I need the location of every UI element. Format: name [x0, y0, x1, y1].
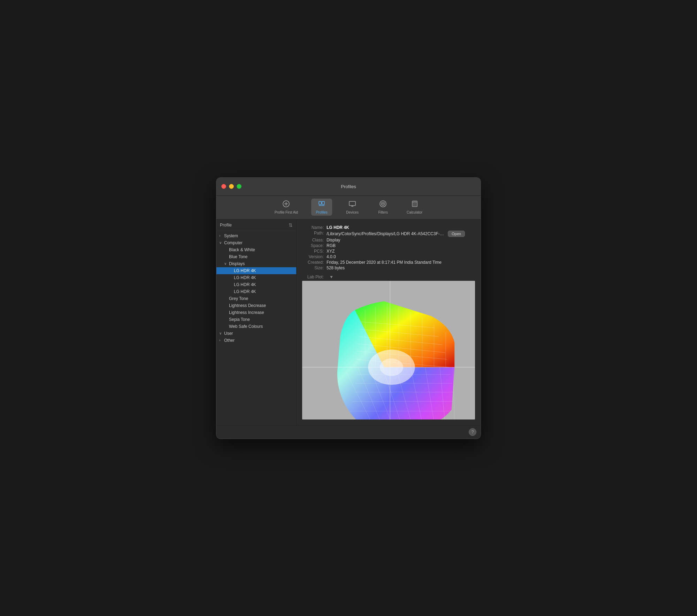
sidebar-item-lightness-increase-label: Lightness Increase [229, 310, 264, 315]
sidebar-item-computer-label: Computer [224, 240, 243, 245]
tree-arrow-computer: ∨ [219, 241, 224, 245]
sidebar-item-lg-hdr-4k-1[interactable]: LG HDR 4K [216, 267, 296, 274]
path-row: /Library/ColorSync/Profiles/Displays/LG … [327, 231, 475, 237]
minimize-button[interactable] [229, 184, 234, 189]
sidebar-item-other-label: Other [224, 338, 235, 343]
labplot-canvas[interactable] [302, 281, 475, 419]
name-label: Name: [302, 225, 327, 230]
svg-point-16 [415, 204, 416, 205]
sidebar-item-displays-label: Displays [229, 261, 245, 266]
sidebar-item-lg-hdr-4k-3-label: LG HDR 4K [234, 282, 256, 287]
name-value: LG HDR 4K [327, 225, 475, 230]
tab-devices[interactable]: Devices [342, 199, 363, 216]
sidebar-item-user[interactable]: ∨ User [216, 330, 296, 337]
class-value: Display [327, 238, 475, 242]
sidebar-item-user-label: User [224, 331, 233, 336]
svg-point-14 [413, 204, 414, 205]
devices-icon [348, 200, 356, 209]
sidebar-item-lightness-increase[interactable]: Lightness Increase [216, 309, 296, 316]
svg-point-19 [415, 205, 416, 206]
sidebar-item-lg-hdr-4k-4-label: LG HDR 4K [234, 289, 256, 294]
sidebar-item-computer[interactable]: ∨ Computer [216, 239, 296, 246]
tab-profile-first-aid-label: Profile First Aid [275, 210, 298, 214]
sidebar-item-lg-hdr-4k-4[interactable]: LG HDR 4K [216, 288, 296, 295]
tab-profiles-label: Profiles [316, 210, 327, 214]
sidebar-item-lg-hdr-4k-2-label: LG HDR 4K [234, 275, 256, 280]
svg-rect-6 [349, 201, 355, 206]
sidebar-item-lg-hdr-4k-3[interactable]: LG HDR 4K [216, 281, 296, 288]
sidebar-item-lightness-decrease[interactable]: Lightness Decrease [216, 302, 296, 309]
sidebar: Profile ⇅ › System ∨ Computer Black & Wh… [216, 220, 297, 425]
sidebar-item-grey-tone-label: Grey Tone [229, 296, 248, 301]
profiles-icon [318, 200, 325, 209]
tab-profiles[interactable]: Profiles [311, 199, 332, 216]
tab-filters-label: Filters [378, 210, 388, 214]
class-label: Class: [302, 238, 327, 242]
sidebar-item-web-safe[interactable]: Web Safe Colours [216, 323, 296, 330]
sidebar-item-displays[interactable]: ∨ Displays [216, 260, 296, 267]
created-value: Friday, 25 December 2020 at 8:17:41 PM I… [327, 260, 475, 265]
sidebar-header: Profile ⇅ [216, 220, 296, 231]
sidebar-item-sepia-tone-label: Sepia Tone [229, 317, 250, 322]
sidebar-item-lg-hdr-4k-2[interactable]: LG HDR 4K [216, 274, 296, 281]
svg-rect-13 [413, 202, 416, 203]
path-value: /Library/ColorSync/Profiles/Displays/LG … [327, 231, 445, 236]
size-label: Size: [302, 265, 327, 270]
sidebar-item-blue-tone[interactable]: Blue Tone [216, 253, 296, 260]
sidebar-item-lg-hdr-4k-1-label: LG HDR 4K [234, 268, 256, 273]
sidebar-item-blue-tone-label: Blue Tone [229, 254, 247, 259]
maximize-button[interactable] [237, 184, 242, 189]
sidebar-item-system[interactable]: › System [216, 232, 296, 239]
labplot-label: Lab Plot: [302, 275, 327, 279]
close-button[interactable] [221, 184, 226, 189]
created-label: Created: [302, 260, 327, 265]
tab-filters[interactable]: Filters [373, 199, 393, 216]
content-area: Profile ⇅ › System ∨ Computer Black & Wh… [216, 220, 481, 425]
filters-icon [379, 200, 387, 209]
open-button[interactable]: Open [448, 231, 465, 237]
tree-arrow-system: › [219, 234, 224, 238]
pcs-label: PCS: [302, 249, 327, 254]
sidebar-sort-icon[interactable]: ⇅ [289, 222, 293, 228]
sidebar-item-other[interactable]: › Other [216, 337, 296, 344]
sidebar-item-black-white[interactable]: Black & White [216, 246, 296, 253]
profile-info: Name: LG HDR 4K Path: /Library/ColorSync… [302, 225, 475, 270]
pcs-value: XYZ [327, 249, 475, 254]
sidebar-item-system-label: System [224, 233, 238, 238]
svg-rect-3 [319, 201, 321, 205]
tab-devices-label: Devices [346, 210, 359, 214]
version-value: 4.0.0 [327, 254, 475, 259]
tab-profile-first-aid[interactable]: Profile First Aid [271, 199, 301, 216]
traffic-lights [221, 184, 242, 189]
size-value: 528 bytes [327, 265, 475, 270]
labplot-arrow-icon[interactable]: ▼ [329, 275, 334, 279]
svg-point-15 [414, 204, 415, 205]
labplot-section: Lab Plot: ▼ [302, 275, 475, 419]
labplot-header: Lab Plot: ▼ [302, 275, 475, 279]
toolbar: Profile First Aid Profiles Devices [216, 196, 481, 220]
sidebar-item-lightness-decrease-label: Lightness Decrease [229, 303, 266, 308]
colorsync-window: Profiles Profile First Aid Profil [216, 177, 481, 439]
space-label: Space: [302, 243, 327, 248]
tab-calculator-label: Calculator [407, 210, 422, 214]
sidebar-item-sepia-tone[interactable]: Sepia Tone [216, 316, 296, 323]
sidebar-tree: › System ∨ Computer Black & White Blue T… [216, 231, 296, 425]
svg-rect-4 [322, 201, 324, 205]
profile-first-aid-icon [282, 200, 290, 209]
svg-point-17 [413, 205, 414, 206]
main-panel: Name: LG HDR 4K Path: /Library/ColorSync… [297, 220, 481, 425]
sidebar-item-web-safe-label: Web Safe Colours [229, 324, 263, 329]
tab-calculator[interactable]: Calculator [403, 199, 426, 216]
space-value: RGB [327, 243, 475, 248]
sidebar-header-label: Profile [220, 223, 232, 228]
help-button[interactable]: ? [469, 428, 476, 436]
help-icon: ? [471, 429, 474, 434]
window-title: Profiles [341, 184, 356, 189]
svg-point-11 [382, 203, 384, 205]
bottom-bar: ? [216, 425, 481, 439]
path-label: Path: [302, 231, 327, 237]
sidebar-item-grey-tone[interactable]: Grey Tone [216, 295, 296, 302]
sidebar-item-black-white-label: Black & White [229, 247, 255, 252]
tree-arrow-displays: ∨ [224, 262, 229, 265]
version-label: Version: [302, 254, 327, 259]
